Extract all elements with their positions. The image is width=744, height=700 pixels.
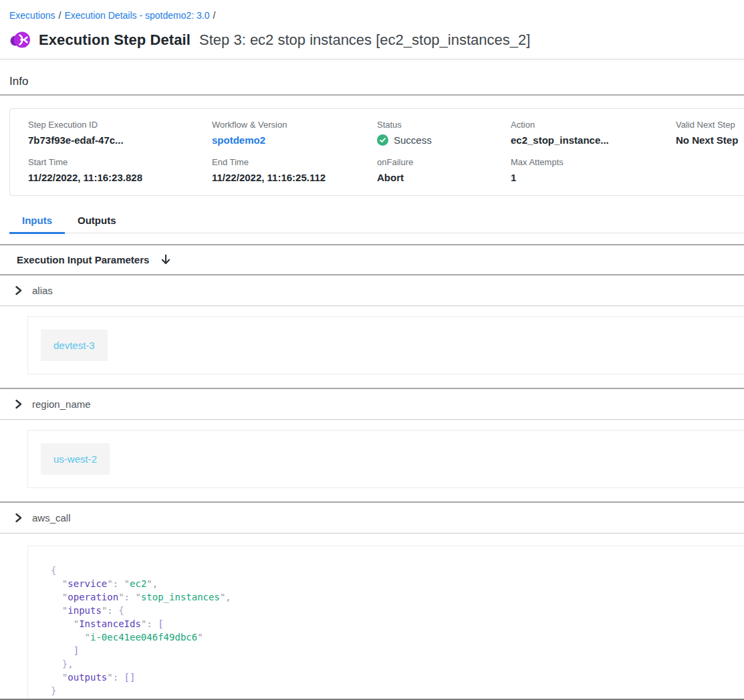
field-onfailure: onFailure Abort (377, 157, 511, 183)
field-step-execution-id: Step Execution ID 7b73f93e-edaf-47c... (28, 120, 212, 146)
success-check-icon (377, 134, 388, 146)
field-end-time: End Time 11/22/2022, 11:16:25.112 (212, 157, 377, 183)
field-value: 11/22/2022, 11:16:23.828 (28, 172, 212, 183)
section-row-aws-call[interactable]: aws_call (0, 503, 744, 533)
page-subtitle: Step 3: ec2 stop instances [ec2_stop_ins… (199, 31, 530, 49)
info-section-heading: Info (9, 75, 744, 88)
region-name-value-panel: us-west-2 (27, 430, 744, 488)
field-value: 1 (511, 172, 676, 183)
tab-outputs[interactable]: Outputs (65, 212, 129, 234)
field-action: Action ec2_stop_instance... (511, 120, 676, 146)
aws-call-code-panel: { "service": "ec2", "operation": "stop_i… (27, 546, 744, 700)
field-label: Valid Next Step (676, 120, 744, 130)
field-valid-next-step: Valid Next Step No Next Step (676, 120, 744, 146)
field-value: No Next Step (676, 134, 744, 146)
alias-value-chip: devtest-3 (41, 330, 108, 361)
breadcrumb-separator: / (213, 10, 216, 21)
field-workflow-version: Workflow & Version spotdemo2 (212, 120, 377, 146)
field-label: Workflow & Version (212, 120, 377, 130)
field-start-time: Start Time 11/22/2022, 11:16:23.828 (28, 157, 212, 183)
field-max-attempts: Max Attempts 1 (511, 157, 676, 183)
field-value: ec2_stop_instance... (511, 134, 676, 146)
section-divider (0, 533, 744, 534)
app-logo-icon (9, 29, 30, 50)
section-label: aws_call (32, 512, 71, 523)
breadcrumb: Executions/Execution Details - spotdemo2… (0, 0, 744, 21)
field-label: Start Time (28, 157, 212, 167)
chevron-right-icon[interactable] (13, 285, 23, 296)
header-divider (0, 59, 744, 60)
page-title: Execution Step Detail (39, 31, 191, 49)
section-label: alias (32, 285, 53, 296)
tab-inputs[interactable]: Inputs (9, 212, 65, 234)
field-value: 11/22/2022, 11:16:25.112 (212, 172, 377, 183)
section-label: region_name (32, 398, 91, 410)
field-label: End Time (212, 157, 377, 167)
info-divider (0, 94, 744, 96)
region-name-value-chip: us-west-2 (41, 443, 110, 475)
section-divider (0, 306, 744, 306)
section-row-region-name[interactable]: region_name (0, 389, 744, 419)
field-value: Abort (377, 172, 511, 183)
field-label: onFailure (377, 157, 511, 167)
breadcrumb-link-executions[interactable]: Executions (9, 10, 55, 21)
field-label: Status (377, 120, 511, 130)
breadcrumb-link-execution-details[interactable]: Execution Details - spotdemo2: 3.0 (64, 10, 209, 21)
tab-bar: Inputs Outputs (9, 212, 744, 233)
field-label: Max Attempts (511, 157, 676, 167)
section-divider (0, 419, 744, 420)
info-card: Step Execution ID 7b73f93e-edaf-47c... W… (9, 108, 744, 196)
aws-call-json-code: { "service": "ec2", "operation": "stop_i… (51, 564, 731, 697)
field-status: Status Success (377, 120, 511, 146)
status-badge: Success (377, 134, 511, 146)
workflow-link[interactable]: spotdemo2 (212, 134, 377, 146)
chevron-right-icon[interactable] (13, 399, 23, 409)
page-header: Execution Step Detail Step 3: ec2 stop i… (9, 29, 744, 50)
field-label: Step Execution ID (28, 120, 212, 130)
section-row-alias[interactable]: alias (0, 275, 744, 306)
status-text: Success (394, 134, 432, 146)
breadcrumb-separator: / (58, 10, 61, 21)
alias-value-panel: devtest-3 (27, 316, 744, 374)
arrow-down-icon[interactable] (160, 253, 172, 265)
field-value: 7b73f93e-edaf-47c... (28, 134, 212, 146)
params-heading: Execution Input Parameters (17, 254, 149, 265)
field-label: Action (511, 120, 676, 130)
chevron-right-icon[interactable] (13, 513, 23, 523)
execution-input-parameters-header: Execution Input Parameters (0, 245, 744, 274)
